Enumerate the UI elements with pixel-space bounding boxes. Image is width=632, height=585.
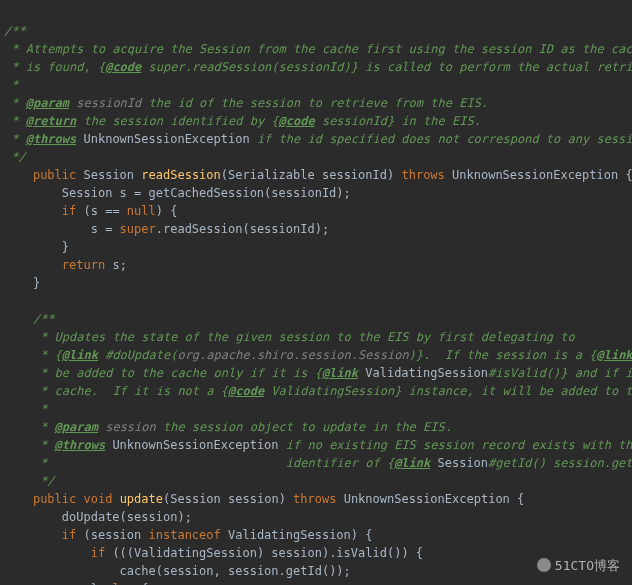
watermark-text: 51CTO博客: [555, 556, 620, 576]
watermark: 51CTO博客: [537, 556, 620, 576]
watermark-icon: [537, 558, 551, 572]
method-update: public void update(Session session) thro…: [4, 492, 524, 585]
javadoc-block: /** * Attempts to acquire the Session fr…: [4, 24, 632, 164]
method-readSession: public Session readSession(Serializable …: [4, 168, 632, 290]
code-editor: /** * Attempts to acquire the Session fr…: [4, 4, 632, 585]
javadoc-block: /** * Updates the state of the given ses…: [4, 312, 632, 488]
